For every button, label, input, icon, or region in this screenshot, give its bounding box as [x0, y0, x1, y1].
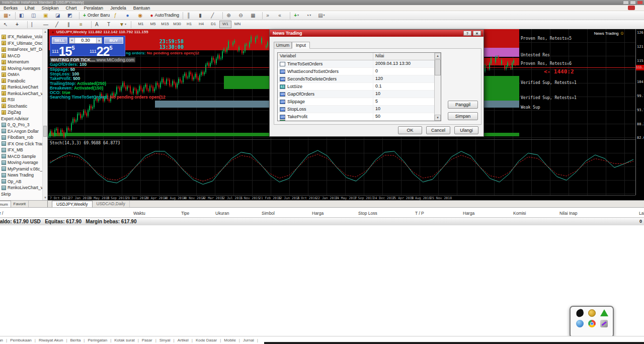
chart-tab-usdjpy[interactable]: USDJPY,Weekly	[52, 201, 93, 207]
timeframe-mn[interactable]: MN	[231, 21, 244, 28]
table-scrollbar[interactable]: ▲ ▼	[434, 53, 441, 121]
table-scroll-up-icon[interactable]: ▲	[435, 53, 441, 59]
price-scale[interactable]: 126.40121.00115.55104.6599.1593.7088.258…	[635, 29, 644, 195]
menu-lihat[interactable]: Lihat	[21, 5, 38, 11]
raven-icon[interactable]	[575, 308, 584, 317]
load-button[interactable]: Panggil	[448, 101, 478, 109]
terminal-button[interactable]: ◪	[54, 12, 65, 20]
indicators-button[interactable]: ƒ	[112, 12, 123, 20]
sidebar-item-indicator[interactable]: ƒRenkoLiveChart_v	[0, 91, 47, 97]
sidebar-item-expert[interactable]: MyPyramid v.08c_	[0, 166, 47, 173]
navigator-tab-favorit[interactable]: Favorit	[11, 201, 29, 207]
navigator-scrollbar[interactable]: ▲ ▼	[42, 29, 47, 200]
terminal-column-header[interactable]: Laba	[639, 211, 644, 216]
sidebar-item-expert[interactable]: Moving Average	[0, 159, 47, 166]
one-click-trading-panel[interactable]: SELL ▾ 0.30 ▴ BUY 111155 111225	[50, 36, 125, 56]
parameter-row-partial[interactable]	[278, 121, 441, 121]
dialog-tab-umum[interactable]: Umum	[274, 42, 292, 49]
market-watch-button[interactable]: ◧	[18, 12, 29, 20]
launcher-panel[interactable]	[570, 306, 614, 338]
autotrading-button[interactable]: ●AutoTrading	[148, 12, 181, 20]
text-label-button[interactable]: T	[106, 21, 117, 29]
terminal-tab-berita[interactable]: Berita	[70, 338, 80, 342]
line-chart-button[interactable]: ╱	[209, 12, 220, 20]
buy-button[interactable]: BUY	[104, 37, 123, 44]
zoom-out-button[interactable]: ⊖	[237, 12, 248, 20]
terminal-column-header[interactable]: Simbol	[262, 211, 275, 216]
terminal-column-header[interactable]: Harga	[312, 211, 324, 216]
navigator-tab-umum[interactable]: Umum	[0, 201, 11, 207]
parameter-row[interactable]: TimeToSetOrders2009.04.13 13:30	[278, 60, 441, 68]
alerts-button[interactable]: ◉	[136, 12, 147, 20]
parameter-row[interactable]: 123StopLoss10	[278, 106, 441, 113]
sidebar-item-indicator[interactable]: ƒInstaForex_MT_De	[0, 46, 47, 53]
candlestick-button[interactable]: ▮	[197, 12, 208, 20]
sidebar-item-expert[interactable]: MACD Sample	[0, 153, 47, 160]
timeframe-w1[interactable]: W1	[219, 21, 231, 28]
timeframe-m1[interactable]: M1	[135, 21, 147, 28]
terminal-column-header[interactable]: Stop Loss	[358, 211, 377, 216]
sidebar-item-expert[interactable]: 0_Q_Pro_3	[0, 122, 47, 128]
chart-shift-button[interactable]: «	[277, 12, 288, 20]
chrome-icon[interactable]	[588, 320, 596, 327]
parameter-row[interactable]: 0.1LotSize0.1	[278, 83, 441, 91]
periods-button[interactable]: ◔▾	[304, 12, 315, 20]
menu-peralatan[interactable]: Peralatan	[80, 5, 107, 11]
sidebar-item-indicator[interactable]: ƒMACD	[0, 53, 47, 59]
autoscroll-button[interactable]: »	[265, 12, 276, 20]
scroll-up-icon[interactable]: ▲	[44, 30, 47, 33]
sell-button[interactable]: SELL	[52, 37, 67, 44]
text-button[interactable]: A	[94, 21, 105, 29]
lot-increase-icon[interactable]: ▴	[96, 38, 102, 43]
dropdown-icon[interactable]: ▾	[324, 12, 325, 19]
sidebar-item-indicator[interactable]: ƒZigZag	[0, 109, 47, 116]
sidebar-item-indicator[interactable]: ƒIFX_Relative_Volat	[0, 34, 47, 40]
ok-button[interactable]: OK	[398, 126, 422, 134]
sidebar-item-expert[interactable]: EA Angon Dollar	[0, 128, 47, 135]
terminal-column-header[interactable]: Order /	[0, 211, 3, 216]
green-triangle-icon[interactable]	[600, 309, 608, 317]
chart-tab-usdcad[interactable]: USDCAD,Daily	[93, 201, 130, 207]
crosshair-button[interactable]: +	[14, 21, 25, 29]
terminal-tab-riwayat-akun[interactable]: Riwayat Akun	[39, 338, 63, 342]
sidebar-item-indicator[interactable]: ƒRenkoLiveChart	[0, 84, 47, 91]
cursor-button[interactable]: ↖	[2, 21, 13, 29]
sidebar-item-indicator[interactable]: ƒIFX_Ultimate_Osci	[0, 40, 47, 47]
add-indicator-button[interactable]: +▾	[292, 12, 303, 20]
scroll-thumb[interactable]	[43, 126, 47, 137]
timeframe-m15[interactable]: M15	[159, 21, 171, 28]
terminal-tab-kotak-surat[interactable]: Kotak surat	[114, 338, 134, 342]
gear-orange-icon[interactable]	[588, 309, 596, 317]
experts-button[interactable]: ●	[124, 12, 135, 20]
bar-chart-button[interactable]: ║	[185, 12, 196, 20]
table-scroll-thumb[interactable]	[435, 59, 441, 75]
sidebar-item-indicator[interactable]: ƒOsMA	[0, 71, 47, 78]
reset-button[interactable]: Ulangi	[454, 126, 478, 134]
terminal-tab-pasar[interactable]: Pasar	[142, 338, 152, 342]
dropdown-icon[interactable]: ▾	[297, 12, 299, 19]
strategy-tester-button[interactable]: ◩	[66, 12, 77, 20]
blue-globe-icon[interactable]	[576, 320, 584, 327]
dialog-help-icon[interactable]: ?	[463, 31, 471, 36]
vline-button[interactable]: |	[30, 21, 41, 29]
sidebar-item-indicator[interactable]: ƒMoving Averages	[0, 65, 47, 72]
lot-decrease-icon[interactable]: ▾	[69, 38, 75, 43]
mdi-close-icon[interactable]	[628, 6, 635, 10]
timeframe-d1[interactable]: D1	[207, 21, 219, 28]
terminal-tab-mobile[interactable]: Mobile	[224, 338, 236, 342]
terminal-column-header[interactable]: Waktu	[133, 211, 145, 216]
parameter-row[interactable]: 123Slippage5	[278, 98, 441, 106]
hline-button[interactable]: —	[42, 21, 53, 29]
timeframe-h4[interactable]: H4	[195, 21, 207, 28]
parameter-row[interactable]: 123TakeProfit50	[278, 113, 441, 121]
terminal-column-header[interactable]: Tipe	[181, 211, 189, 216]
terminal-tab-peringatan[interactable]: Peringatan	[88, 338, 107, 342]
parameter-row[interactable]: 123GapOfOrders10	[278, 91, 441, 98]
arrows-button[interactable]: ▼▾	[118, 21, 129, 29]
cancel-button[interactable]: Cancel	[426, 126, 450, 134]
zoom-in-button[interactable]: ⊕	[225, 12, 236, 20]
terminal-column-header[interactable]: Komisi	[513, 211, 526, 216]
parameters-table[interactable]: Variabel Nilai TimeToSetOrders2009.04.13…	[277, 52, 441, 121]
sidebar-item-indicator[interactable]: ƒStochastic	[0, 103, 47, 110]
sidebar-item-indicator[interactable]: ƒParabolic	[0, 78, 47, 84]
